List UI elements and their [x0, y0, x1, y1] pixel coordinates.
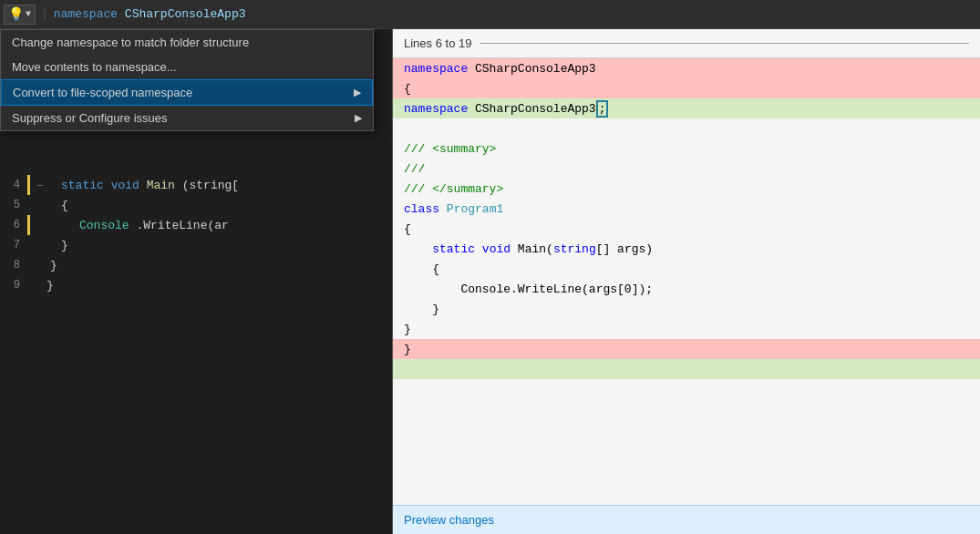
- submenu-arrow-icon: ▶: [354, 87, 361, 98]
- content-area: Change namespace to match folder structu…: [0, 29, 980, 534]
- code-editor-lines: 4 — static void Main (string[ 5: [0, 175, 392, 534]
- collapse-button-4[interactable]: —: [34, 180, 46, 190]
- line-number-5: 5: [0, 199, 27, 211]
- preview-line-removed-1: namespace CSharpConsoleApp3: [393, 58, 980, 78]
- line-number-6: 6: [0, 219, 27, 231]
- cursor: ;: [596, 100, 609, 118]
- preview-changes-link[interactable]: Preview changes: [404, 513, 494, 527]
- code-line-7: 7 }: [0, 235, 392, 255]
- main-container: 💡 ▼ | namespace CSharpConsoleApp3 Change…: [0, 0, 980, 534]
- preview-header-text: Lines 6 to 19: [404, 36, 471, 50]
- namespace-display: namespace CSharpConsoleApp3: [54, 7, 246, 21]
- preview-footer: Preview changes: [393, 505, 980, 534]
- submenu-arrow-icon-2: ▶: [355, 112, 362, 124]
- code-line-6: 6 Console .WriteLine(ar: [0, 215, 392, 235]
- menu-item-suppress-configure[interactable]: Suppress or Configure issues ▶: [1, 106, 373, 130]
- preview-line-removed-3: }: [393, 339, 980, 359]
- preview-header-line: [480, 43, 969, 44]
- namespace-name-value: CSharpConsoleApp3: [125, 7, 246, 21]
- method-main: Main: [147, 179, 175, 192]
- preview-line-summary-open: /// <summary>: [393, 139, 980, 159]
- preview-line-brace-open: {: [393, 219, 980, 239]
- code-line-5: 5 {: [0, 195, 392, 215]
- preview-line-summary-close: /// </summary>: [393, 179, 980, 199]
- yellow-indicator-6: [27, 215, 30, 235]
- class-console: Console: [79, 219, 129, 232]
- top-bar: 💡 ▼ | namespace CSharpConsoleApp3: [0, 0, 980, 29]
- code-panel: Change namespace to match folder structu…: [0, 29, 392, 534]
- lightbulb-button[interactable]: 💡 ▼: [4, 5, 36, 25]
- preview-line-removed-2: {: [393, 78, 980, 98]
- code-line-8: 8 }: [0, 255, 392, 275]
- menu-item-change-namespace[interactable]: Change namespace to match folder structu…: [1, 30, 373, 55]
- preview-line-method-brace-open: {: [393, 259, 980, 279]
- yellow-indicator-4: [27, 175, 30, 195]
- preview-header: Lines 6 to 19: [393, 29, 980, 58]
- preview-line-added-empty: [393, 359, 980, 379]
- preview-line-summary-mid: ///: [393, 159, 980, 179]
- keyword-void: void: [111, 179, 139, 192]
- line-number-9: 9: [0, 279, 27, 292]
- line-number-7: 7: [0, 239, 27, 252]
- code-line-9: 9 }: [0, 275, 392, 295]
- preview-line-writeline: Console.WriteLine(args[0]);: [393, 279, 980, 299]
- preview-line-empty-1: [393, 118, 980, 139]
- preview-line-main: static void Main( string [] args): [393, 239, 980, 259]
- preview-line-class: class Program1: [393, 199, 980, 219]
- preview-line-class-brace-close: }: [393, 319, 980, 339]
- line-number-8: 8: [0, 259, 27, 272]
- context-menu: Change namespace to match folder structu…: [0, 29, 374, 131]
- line-number-4: 4: [0, 179, 27, 191]
- keyword-static: static: [61, 179, 104, 192]
- separator: |: [41, 7, 48, 21]
- preview-panel: Lines 6 to 19 namespace CSharpConsoleApp…: [392, 29, 980, 534]
- menu-item-convert-scoped[interactable]: Convert to file-scoped namespace ▶: [1, 79, 373, 106]
- namespace-keyword: namespace: [54, 7, 118, 21]
- code-line-4: 4 — static void Main (string[: [0, 175, 392, 195]
- preview-line-method-brace-close: }: [393, 299, 980, 319]
- lightbulb-icon: 💡: [8, 6, 24, 22]
- dropdown-arrow-icon: ▼: [26, 9, 31, 19]
- menu-item-move-contents[interactable]: Move contents to namespace...: [1, 55, 373, 79]
- preview-code-content: namespace CSharpConsoleApp3 { namespace …: [393, 58, 980, 505]
- preview-line-added-1: namespace CSharpConsoleApp3;: [393, 98, 980, 118]
